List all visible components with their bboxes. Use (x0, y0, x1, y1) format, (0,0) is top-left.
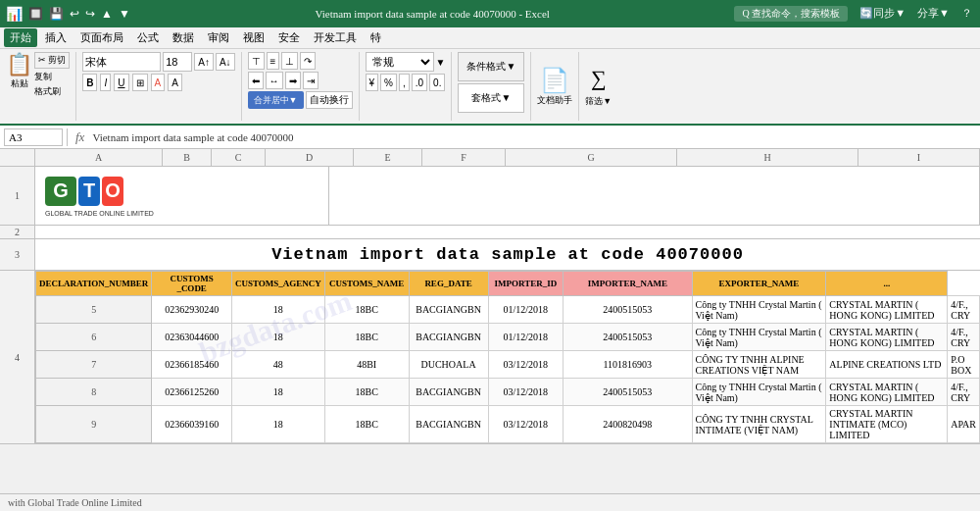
menu-security[interactable]: 安全 (272, 28, 306, 47)
table-cell[interactable]: 02366039160 (152, 406, 232, 443)
table-cell[interactable]: 2400515053 (564, 379, 692, 406)
table-cell[interactable]: 02366185460 (152, 351, 232, 379)
align-center-btn[interactable]: ↔ (266, 72, 283, 89)
table-cell[interactable]: 18BC (324, 406, 409, 443)
table-cell[interactable]: 48 (231, 351, 324, 379)
menu-view[interactable]: 视图 (237, 28, 270, 47)
copy-btn[interactable]: 复制 (34, 71, 70, 83)
table-cell[interactable]: CRYSTAL MARTIN INTIMATE (MCO) LIMITED (826, 406, 948, 443)
font-name-input[interactable] (82, 52, 161, 72)
table-cell[interactable]: 18BC (324, 379, 409, 406)
table-cell[interactable]: BACGIANGBN (409, 296, 488, 324)
table-cell[interactable]: DUCHOALA (409, 351, 488, 379)
table-cell[interactable]: 03/12/2018 (488, 406, 564, 443)
align-middle-btn[interactable]: ≡ (267, 52, 280, 70)
percent-btn[interactable]: % (380, 74, 397, 91)
table-cell[interactable]: P.O BOX (948, 351, 980, 379)
redo-icon[interactable]: ↪ (85, 7, 95, 22)
col-d-header[interactable]: D (266, 149, 354, 166)
align-bottom-btn[interactable]: ⊥ (281, 52, 298, 70)
table-cell[interactable]: 01/12/2018 (488, 296, 564, 324)
comma-btn[interactable]: , (399, 74, 410, 91)
table-cell[interactable]: 03/12/2018 (488, 351, 564, 379)
italic-btn[interactable]: I (100, 74, 111, 91)
col-h-header[interactable]: H (677, 149, 858, 166)
font-size-input[interactable] (163, 52, 192, 72)
paste-btn[interactable]: 📋 粘贴 (6, 52, 32, 90)
table-cell[interactable]: CRYSTAL MARTIN ( HONG KONG) LIMITED (826, 296, 948, 324)
sum-btn[interactable]: ∑ (591, 66, 607, 91)
table-cell[interactable]: 18 (231, 406, 324, 443)
menu-dev[interactable]: 开发工具 (308, 28, 363, 47)
col-e-header[interactable]: E (354, 149, 422, 166)
sync-btn[interactable]: 🔄同步▼ (859, 6, 906, 22)
table-cell[interactable]: 02366125260 (152, 379, 232, 406)
table-cell[interactable]: 2400515053 (564, 324, 692, 351)
table-cell[interactable]: 02363044600 (152, 324, 232, 351)
border-btn[interactable]: ⊞ (132, 74, 148, 91)
col-f-header[interactable]: F (422, 149, 506, 166)
table-cell[interactable]: CÔNG TY TNHH ALPINE CREATIONS VIỆT NAM (692, 351, 826, 379)
table-cell[interactable]: Công ty TNHH Crystal Martin ( Việt Nam) (692, 296, 826, 324)
decrease-icon[interactable]: ▼ (119, 7, 130, 22)
menu-formula[interactable]: 公式 (131, 28, 165, 47)
table-cell[interactable]: 4/F., CRY (948, 324, 980, 351)
align-top-btn[interactable]: ⊤ (248, 52, 265, 70)
font-color-btn[interactable]: A (168, 74, 182, 91)
cut-btn[interactable]: ✂ 剪切 (34, 52, 70, 69)
table-cell[interactable]: CÔNG TY TNHH CRYSTAL INTIMATE (VIỆT NAM) (692, 406, 826, 443)
table-cell[interactable]: BACGIANGBN (409, 406, 488, 443)
format-painter-btn[interactable]: 格式刷 (34, 85, 70, 98)
table-cell[interactable]: 18 (231, 324, 324, 351)
menu-data[interactable]: 数据 (167, 28, 200, 47)
menu-start[interactable]: 开始 (4, 28, 37, 47)
table-cell[interactable]: 48BI (324, 351, 409, 379)
table-cell[interactable]: 1101816903 (564, 351, 692, 379)
indent-btn[interactable]: ⇥ (303, 72, 318, 89)
col-c-header[interactable]: C (212, 149, 266, 166)
share-btn[interactable]: 分享▼ (917, 6, 950, 22)
conditional-format-btn[interactable]: 条件格式▼ (458, 52, 524, 81)
table-cell[interactable]: CRYSTAL MARTIN ( HONG KONG) LIMITED (826, 324, 948, 351)
table-cell[interactable]: 18BC (324, 324, 409, 351)
table-cell[interactable]: ALPINE CREATIONS LTD (826, 351, 948, 379)
table-cell[interactable]: 2400515053 (564, 296, 692, 324)
wrap-btn[interactable]: 自动换行 (306, 91, 353, 109)
menu-insert[interactable]: 插入 (39, 28, 73, 47)
table-cell[interactable]: 18 (231, 379, 324, 406)
table-cell[interactable]: Công ty TNHH Crystal Martin ( Việt Nam) (692, 324, 826, 351)
number-format-select[interactable]: 常规 (366, 52, 434, 72)
search-bar[interactable]: Q 查找命令，搜索模板 (734, 6, 848, 22)
table-cell[interactable]: 01/12/2018 (488, 324, 564, 351)
fill-color-btn[interactable]: A (151, 74, 166, 91)
rotate-btn[interactable]: ↷ (300, 52, 316, 70)
table-cell[interactable]: 03/12/2018 (488, 379, 564, 406)
doc-assistant-label[interactable]: 文档助手 (537, 94, 572, 107)
col-i-header[interactable]: I (858, 149, 980, 166)
table-cell[interactable]: APAR (948, 406, 980, 443)
menu-layout[interactable]: 页面布局 (74, 28, 129, 47)
increase-decimal-btn[interactable]: .0 (412, 74, 427, 91)
increase-icon[interactable]: ▲ (101, 7, 113, 22)
table-cell[interactable]: 02362930240 (152, 296, 232, 324)
table-cell[interactable]: 18 (231, 296, 324, 324)
formula-content[interactable]: Vietnam import data sample at code 40070… (92, 131, 976, 143)
table-format-btn[interactable]: 套格式▼ (458, 83, 524, 113)
col-a-header[interactable]: A (35, 149, 163, 166)
filter-btn[interactable]: 筛选▼ (585, 95, 612, 108)
table-cell[interactable]: 2400820498 (564, 406, 692, 443)
bold-btn[interactable]: B (82, 74, 97, 91)
currency-btn[interactable]: ¥ (366, 74, 379, 91)
align-left-btn[interactable]: ⬅ (248, 72, 264, 89)
table-cell[interactable]: Công ty TNHH Crystal Martin ( Việt Nam) (692, 379, 826, 406)
decrease-font-btn[interactable]: A↓ (216, 53, 235, 71)
table-cell[interactable]: 4/F., CRY (948, 296, 980, 324)
cell-reference[interactable]: A3 (4, 128, 63, 146)
table-cell[interactable]: CRYSTAL MARTIN ( HONG KONG) LIMITED (826, 379, 948, 406)
menu-review[interactable]: 审阅 (202, 28, 235, 47)
help-btn[interactable]: ？ (961, 6, 972, 22)
increase-font-btn[interactable]: A↑ (194, 53, 214, 71)
align-right-btn[interactable]: ➡ (285, 72, 301, 89)
merge-center-btn[interactable]: 合并居中▼ (248, 91, 304, 109)
col-g-header[interactable]: G (506, 149, 677, 166)
